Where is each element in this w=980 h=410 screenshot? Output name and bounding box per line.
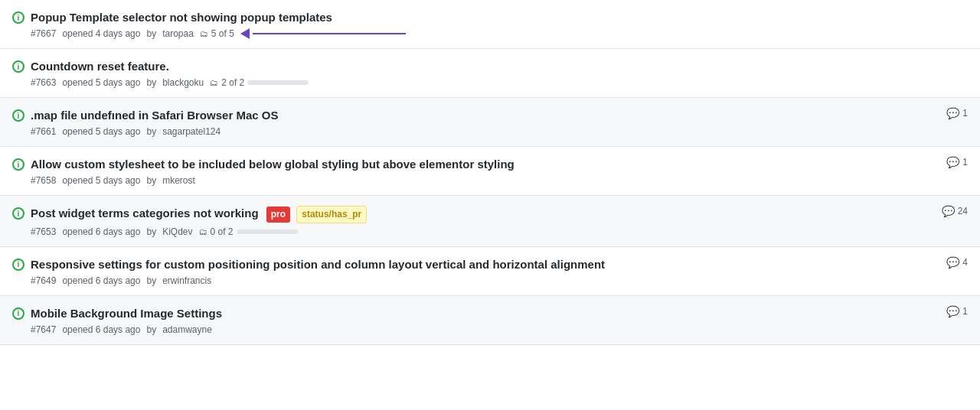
- issue-open-icon: i: [12, 109, 24, 122]
- issue-number: #7653: [31, 226, 56, 237]
- issue-by: by: [146, 275, 156, 286]
- issue-left: i Countdown reset feature. #7663 opened …: [12, 58, 968, 88]
- issue-open-icon: i: [12, 259, 24, 271]
- issue-title[interactable]: Popup Template selector not showing popu…: [31, 9, 968, 25]
- comment-count[interactable]: 💬 1: [946, 156, 968, 168]
- issue-list: i Popup Template selector not showing po…: [0, 0, 980, 345]
- issue-author[interactable]: mkerost: [162, 175, 195, 186]
- issue-by: by: [146, 126, 156, 137]
- pr-count: 0 of 2: [211, 226, 234, 237]
- pr-icon: 🗂: [210, 78, 218, 87]
- issue-opened: opened 4 days ago: [62, 28, 140, 39]
- issue-by: by: [146, 175, 156, 186]
- issue-item: i .map file undefıned in Safari Browser …: [0, 98, 980, 147]
- issue-item: i Allow custom stylesheet to be included…: [0, 147, 980, 196]
- issue-author[interactable]: KiQdev: [162, 226, 192, 237]
- issue-item: i Mobile Background Image Settings #7647…: [0, 296, 980, 345]
- comment-icon: 💬: [946, 107, 959, 119]
- issue-meta: #7653 opened 6 days ago by KiQdev 🗂 0 of…: [31, 226, 929, 237]
- issue-title[interactable]: Post widget terms categories not working…: [31, 205, 929, 223]
- issue-author[interactable]: taropaa: [162, 28, 194, 39]
- issue-meta: #7649 opened 6 days ago by erwinfrancis: [31, 275, 934, 286]
- issue-meta: #7667 opened 4 days ago by taropaa 🗂 5 o…: [31, 28, 968, 39]
- issue-title[interactable]: .map file undefıned in Safari Browser Ma…: [31, 107, 934, 123]
- issue-right: 💬 24: [929, 205, 968, 217]
- comment-number: 24: [958, 206, 968, 216]
- issue-title[interactable]: Countdown reset feature.: [31, 58, 968, 74]
- issue-item: i Responsive settings for custom positio…: [0, 247, 980, 296]
- issue-open-icon: i: [12, 207, 24, 220]
- issue-content: Post widget terms categories not working…: [31, 205, 929, 237]
- issue-content: .map file undefıned in Safari Browser Ma…: [31, 107, 934, 137]
- issue-title-link[interactable]: .map file undefıned in Safari Browser Ma…: [31, 109, 278, 122]
- issue-right: 💬 1: [934, 305, 968, 317]
- issue-author[interactable]: blackgoku: [162, 77, 204, 88]
- issue-author[interactable]: erwinfrancis: [162, 275, 211, 286]
- issue-right: 💬 1: [934, 107, 968, 119]
- issue-author[interactable]: sagarpatel124: [162, 126, 220, 137]
- comment-count[interactable]: 💬 1: [946, 305, 968, 317]
- issue-title[interactable]: Mobile Background Image Settings: [31, 305, 934, 321]
- issue-item: i Popup Template selector not showing po…: [0, 0, 980, 49]
- issue-opened: opened 6 days ago: [62, 275, 140, 286]
- issue-meta: #7663 opened 5 days ago by blackgoku 🗂 2…: [31, 77, 968, 88]
- comment-count[interactable]: 💬 24: [942, 205, 968, 217]
- issue-title-link[interactable]: Countdown reset feature.: [31, 60, 169, 73]
- issue-by: by: [146, 226, 156, 237]
- issue-title-link[interactable]: Allow custom stylesheet to be included b…: [31, 158, 514, 171]
- comment-icon: 💬: [946, 256, 959, 268]
- issue-content: Countdown reset feature. #7663 opened 5 …: [31, 58, 968, 88]
- progress-bar: [237, 229, 298, 234]
- comment-icon: 💬: [942, 205, 955, 217]
- issue-left: i .map file undefıned in Safari Browser …: [12, 107, 934, 137]
- badge-status[interactable]: status/has_pr: [296, 206, 367, 223]
- comment-number: 1: [962, 157, 968, 168]
- issue-left: i Allow custom stylesheet to be included…: [12, 156, 934, 186]
- issue-number: #7667: [31, 28, 56, 39]
- issue-title[interactable]: Responsive settings for custom positioni…: [31, 256, 934, 272]
- issue-meta: #7647 opened 6 days ago by adamwayne: [31, 324, 934, 335]
- issue-meta: #7661 opened 5 days ago by sagarpatel124: [31, 126, 934, 137]
- issue-title-link[interactable]: Mobile Background Image Settings: [31, 307, 222, 320]
- issue-content: Responsive settings for custom positioni…: [31, 256, 934, 286]
- issue-number: #7649: [31, 275, 56, 286]
- linked-prs: 🗂 2 of 2: [210, 77, 309, 88]
- issue-title-link[interactable]: Responsive settings for custom positioni…: [31, 258, 605, 271]
- issue-number: #7663: [31, 77, 56, 88]
- comment-count[interactable]: 💬 1: [946, 107, 968, 119]
- issue-title[interactable]: Allow custom stylesheet to be included b…: [31, 156, 934, 172]
- issue-by: by: [146, 77, 156, 88]
- issue-number: #7658: [31, 175, 56, 186]
- issue-title-link[interactable]: Popup Template selector not showing popu…: [31, 11, 332, 24]
- issue-open-icon: i: [12, 60, 24, 73]
- issue-by: by: [146, 324, 156, 335]
- pr-icon: 🗂: [199, 227, 207, 236]
- issue-open-icon: i: [12, 158, 24, 171]
- issue-opened: opened 6 days ago: [62, 324, 140, 335]
- issue-left: i Mobile Background Image Settings #7647…: [12, 305, 934, 335]
- issue-right: 💬 4: [934, 256, 968, 268]
- arrow-line: [253, 33, 406, 34]
- arrow-annotation: [240, 28, 406, 39]
- pr-count: 2 of 2: [221, 77, 244, 88]
- issue-opened: opened 5 days ago: [62, 77, 140, 88]
- issue-content: Allow custom stylesheet to be included b…: [31, 156, 934, 186]
- comment-number: 1: [962, 306, 968, 317]
- pr-count: 5 of 5: [211, 28, 234, 39]
- comment-count[interactable]: 💬 4: [946, 256, 968, 268]
- comment-icon: 💬: [946, 305, 959, 317]
- linked-prs: 🗂 0 of 2: [199, 226, 298, 237]
- issue-by: by: [146, 28, 156, 39]
- issue-content: Popup Template selector not showing popu…: [31, 9, 968, 39]
- issue-number: #7661: [31, 126, 56, 137]
- issue-opened: opened 5 days ago: [62, 126, 140, 137]
- issue-author[interactable]: adamwayne: [162, 324, 212, 335]
- pr-icon: 🗂: [200, 29, 208, 38]
- issue-number: #7647: [31, 324, 56, 335]
- issue-title-link[interactable]: Post widget terms categories not working: [31, 207, 259, 220]
- issue-opened: opened 6 days ago: [62, 226, 140, 237]
- issue-open-icon: i: [12, 308, 24, 320]
- issue-item: i Countdown reset feature. #7663 opened …: [0, 49, 980, 98]
- progress-bar: [247, 80, 309, 85]
- badge-pro[interactable]: pro: [266, 207, 290, 223]
